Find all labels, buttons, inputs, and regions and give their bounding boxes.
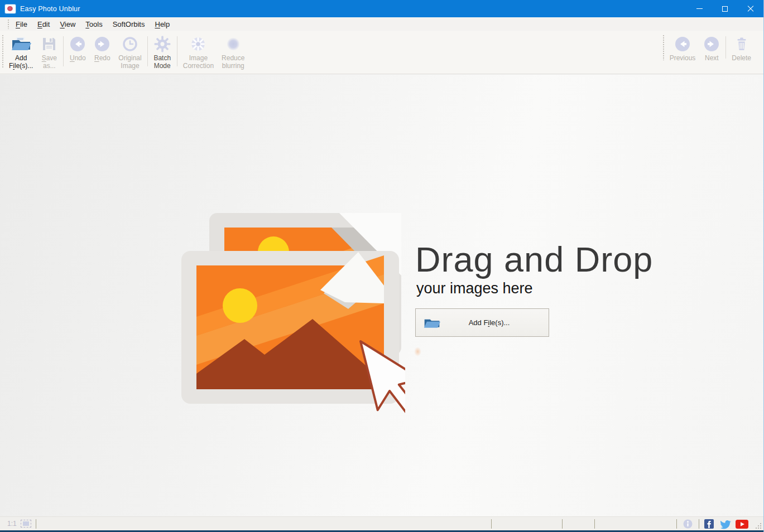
toolbar-delete-button[interactable]: Delete [728, 33, 755, 62]
blur-circle-icon [224, 34, 242, 54]
toolbar-reduce-blurring-button[interactable]: Reduce blurring [218, 33, 248, 70]
menu-item-edit[interactable]: Edit [32, 18, 55, 30]
drag-drop-illustration [180, 207, 405, 428]
toolbar-drag-handle[interactable] [662, 35, 665, 60]
circle-arrow-right-icon [703, 34, 720, 54]
statusbar-separator [676, 519, 677, 529]
info-icon[interactable] [683, 519, 693, 529]
toolbar-previous-button[interactable]: Previous [666, 33, 700, 62]
circle-arrow-left-icon [69, 34, 86, 54]
toolbar-batch-mode-button[interactable]: Batch Mode [150, 33, 175, 70]
maximize-button[interactable] [712, 0, 738, 17]
toolbar-redo-button[interactable]: Redo [90, 33, 114, 70]
statusbar-separator [562, 519, 563, 529]
menu-item-softorbits[interactable]: SoftOrbits [108, 18, 150, 30]
window-title: Easy Photo Unblur [20, 5, 80, 13]
toolbar-separator [147, 36, 148, 66]
app-window: Easy Photo Unblur File Edit View Tools S… [0, 0, 764, 532]
toolbar-separator [63, 36, 64, 66]
toolbar-separator [177, 36, 177, 66]
sun-icon [189, 34, 207, 54]
minimize-icon [696, 8, 703, 9]
toolbar-separator [725, 36, 726, 59]
trash-icon [733, 34, 750, 54]
close-button[interactable] [738, 0, 763, 17]
close-icon [747, 6, 754, 12]
open-folder-icon [423, 316, 441, 330]
gear-icon [153, 34, 171, 54]
statusbar-separator [699, 519, 699, 529]
toolbar-save-as-button[interactable]: Save as... [37, 33, 61, 70]
toolbar-image-correction-button[interactable]: Image Correction [179, 33, 218, 70]
statusbar: 1:1 [0, 516, 763, 530]
facebook-icon[interactable] [704, 519, 714, 529]
titlebar: Easy Photo Unblur [0, 0, 763, 17]
menu-item-help[interactable]: Help [150, 18, 175, 30]
maximize-icon [722, 6, 728, 12]
minimize-button[interactable] [686, 0, 712, 17]
circle-arrow-left-icon [674, 34, 691, 54]
toolbar-left-group: Add File(s)... Save [1, 33, 248, 70]
app-icon [5, 4, 16, 13]
history-clock-icon [122, 34, 138, 54]
fit-to-screen-icon[interactable] [21, 520, 31, 528]
statusbar-separator [36, 519, 36, 529]
drag-drop-subheading: your images here [416, 280, 533, 297]
drop-zone[interactable]: Drag and Drop your images here Add File(… [0, 75, 763, 516]
toolbar-next-button[interactable]: Next [699, 33, 724, 62]
toolbar-add-files-button[interactable]: Add File(s)... [5, 33, 37, 70]
youtube-icon[interactable] [736, 520, 748, 529]
menu-item-view[interactable]: View [55, 18, 80, 30]
toolbar-undo-button[interactable]: Undo [65, 33, 90, 70]
menubar: File Edit View Tools SoftOrbits Help [0, 17, 763, 31]
menubar-drag-handle[interactable] [7, 19, 9, 29]
zoom-ratio-label: 1:1 [7, 520, 17, 528]
stray-orange-dot [414, 347, 421, 356]
front-photo [181, 251, 399, 404]
statusbar-separator [594, 519, 595, 529]
open-folder-icon [11, 34, 32, 54]
floppy-disk-icon [41, 34, 57, 54]
menu-item-file[interactable]: File [11, 18, 32, 30]
statusbar-separator [491, 519, 492, 529]
twitter-icon[interactable] [720, 520, 731, 529]
circle-arrow-right-icon [94, 34, 110, 54]
menu-item-tools[interactable]: Tools [80, 18, 107, 30]
toolbar: Add File(s)... Save [0, 31, 763, 74]
drag-drop-heading: Drag and Drop [415, 239, 653, 279]
toolbar-drag-handle[interactable] [2, 35, 4, 68]
toolbar-right-group: Previous Next [662, 33, 755, 62]
add-files-button[interactable]: Add File(s)... [415, 308, 549, 337]
window-controls [686, 0, 763, 17]
toolbar-original-image-button[interactable]: Original Image [114, 33, 145, 70]
